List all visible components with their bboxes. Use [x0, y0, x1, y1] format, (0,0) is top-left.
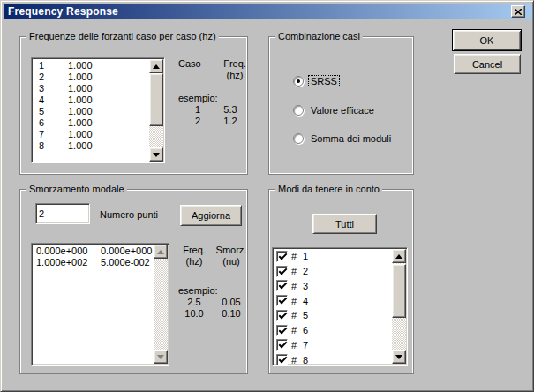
- scrollbar-thumb[interactable]: [392, 264, 406, 318]
- legend-nu: (nu): [214, 256, 249, 268]
- scroll-down-button[interactable]: [149, 147, 163, 162]
- scroll-down-button: [154, 350, 168, 364]
- radio-srss[interactable]: SRSS: [293, 76, 339, 87]
- num-points-label: Numero punti: [100, 209, 158, 220]
- frequencies-scrollbar[interactable]: [149, 59, 163, 162]
- frequency-row[interactable]: 21.000: [33, 72, 149, 83]
- frequency-row[interactable]: 81.000: [33, 140, 149, 152]
- frequency-row[interactable]: 11.000: [33, 60, 149, 72]
- scroll-down-icon: [153, 153, 160, 157]
- damping-row[interactable]: 0.000e+0000.000e+000: [33, 245, 154, 257]
- example-freq: 2.5: [178, 297, 210, 308]
- radio-somma-moduli[interactable]: Somma dei moduli: [293, 133, 393, 144]
- damping-legend: Freq. Smorz. (hz) (nu) esempio: 2.5 0.05…: [178, 245, 249, 320]
- damping-group-title: Smorzamento modale: [26, 184, 127, 195]
- radio-valore-efficace-label: Valore efficace: [309, 105, 376, 116]
- frequency-row[interactable]: 31.000: [33, 83, 149, 94]
- legend-caso: Caso: [178, 58, 218, 70]
- modes-listbox[interactable]: #1 #2 #3 #4 #5 #6 #7 #8: [272, 247, 408, 366]
- mode-row[interactable]: #6: [274, 323, 392, 338]
- scroll-down-icon: [395, 355, 402, 359]
- radio-button-icon: [293, 105, 304, 116]
- scrollbar-thumb[interactable]: [149, 73, 163, 126]
- damping-row[interactable]: 1.000e+0025.000e-002: [33, 257, 154, 268]
- all-modes-button[interactable]: Tutti: [312, 214, 377, 234]
- example-smorz: 0.10: [214, 308, 249, 320]
- damping-scrollbar: [154, 245, 168, 364]
- mode-row[interactable]: #1: [274, 249, 392, 264]
- example-case: 1: [182, 104, 214, 116]
- example-freq: 1.2: [214, 116, 247, 127]
- update-button-label: Aggiorna: [192, 210, 230, 221]
- cancel-button-label: Cancel: [472, 59, 502, 70]
- scrollbar-track: [154, 259, 168, 350]
- modes-group-title: Modi da tenere in conto: [275, 184, 382, 195]
- checkbox-checked-icon[interactable]: [276, 251, 288, 262]
- close-button[interactable]: [511, 5, 525, 18]
- legend-example-label: esempio:: [178, 93, 252, 104]
- radio-valore-efficace[interactable]: Valore efficace: [293, 105, 376, 116]
- mode-row[interactable]: #2: [274, 264, 392, 279]
- checkbox-checked-icon[interactable]: [276, 339, 288, 351]
- checkbox-checked-icon[interactable]: [276, 310, 288, 321]
- legend-freq: Freq.: [218, 58, 252, 70]
- cancel-button[interactable]: Cancel: [454, 54, 521, 74]
- frequencies-group: Frequenze delle forzanti caso per caso (…: [19, 36, 248, 175]
- example-freq: 5.3: [214, 104, 247, 116]
- scroll-up-button[interactable]: [149, 59, 163, 73]
- checkbox-checked-icon[interactable]: [276, 325, 288, 336]
- scroll-up-button[interactable]: [392, 249, 406, 263]
- frequencies-rows: 11.000 21.000 31.000 41.000 51.000 61.00…: [33, 60, 149, 162]
- example-smorz: 0.05: [214, 297, 249, 308]
- checkbox-checked-icon[interactable]: [276, 266, 288, 277]
- damping-group: Smorzamento modale Numero punti Aggiorna…: [19, 189, 248, 374]
- close-icon: [515, 9, 522, 15]
- mode-row[interactable]: #8: [274, 352, 392, 366]
- frequencies-listbox[interactable]: 11.000 21.000 31.000 41.000 51.000 61.00…: [31, 57, 165, 163]
- update-button[interactable]: Aggiorna: [180, 205, 242, 226]
- scroll-down-icon: [157, 355, 164, 359]
- scroll-up-icon: [157, 250, 164, 254]
- radio-somma-moduli-label: Somma dei moduli: [309, 133, 393, 144]
- combination-group-title: Combinazione casi: [275, 31, 363, 42]
- ok-button-label: OK: [480, 35, 494, 46]
- num-points-input[interactable]: [35, 203, 90, 224]
- scroll-up-button: [154, 245, 168, 259]
- frequency-row[interactable]: 71.000: [33, 129, 149, 140]
- scroll-down-button[interactable]: [392, 350, 406, 364]
- all-modes-button-label: Tutti: [335, 219, 354, 230]
- checkbox-checked-icon[interactable]: [276, 354, 288, 366]
- example-freq: 10.0: [178, 308, 210, 320]
- example-case: 2: [182, 116, 214, 127]
- frequency-row[interactable]: 41.000: [33, 94, 149, 106]
- radio-button-icon: [293, 133, 304, 144]
- ok-button[interactable]: OK: [452, 29, 522, 51]
- modes-group: Modi da tenere in conto Tutti #1 #2 #3 #…: [268, 189, 414, 374]
- damping-listbox[interactable]: 0.000e+0000.000e+000 1.000e+0025.000e-00…: [31, 243, 169, 366]
- modes-rows: #1 #2 #3 #4 #5 #6 #7 #8: [274, 249, 392, 364]
- frequency-response-dialog: Frequency Response OK Cancel Frequenze d…: [0, 0, 534, 392]
- frequencies-legend: Caso Freq. (hz) esempio: 1 5.3 2 1.2: [178, 58, 252, 127]
- legend-hz: (hz): [178, 256, 210, 268]
- mode-row[interactable]: #3: [274, 279, 392, 294]
- checkbox-checked-icon[interactable]: [276, 295, 288, 306]
- frequency-row[interactable]: 61.000: [33, 117, 149, 129]
- mode-row[interactable]: #4: [274, 293, 392, 308]
- radio-button-icon: [293, 76, 304, 87]
- modes-scrollbar[interactable]: [392, 249, 406, 364]
- legend-example-label: esempio:: [178, 285, 249, 297]
- checkbox-checked-icon[interactable]: [276, 280, 288, 291]
- legend-smorz: Smorz.: [214, 245, 249, 256]
- mode-row[interactable]: #5: [274, 308, 392, 323]
- legend-freq: Freq.: [178, 245, 210, 256]
- damping-rows: 0.000e+0000.000e+000 1.000e+0025.000e-00…: [33, 245, 154, 364]
- combination-group: Combinazione casi SRSS Valore efficace S…: [268, 36, 414, 175]
- window-title: Frequency Response: [8, 5, 118, 18]
- scroll-up-icon: [153, 64, 160, 69]
- frequency-row[interactable]: 51.000: [33, 106, 149, 117]
- titlebar[interactable]: Frequency Response: [4, 4, 532, 19]
- scroll-up-icon: [395, 254, 402, 259]
- legend-hz: (hz): [218, 70, 252, 81]
- mode-row[interactable]: #7: [274, 338, 392, 353]
- frequencies-group-title: Frequenze delle forzanti caso per caso (…: [26, 31, 219, 42]
